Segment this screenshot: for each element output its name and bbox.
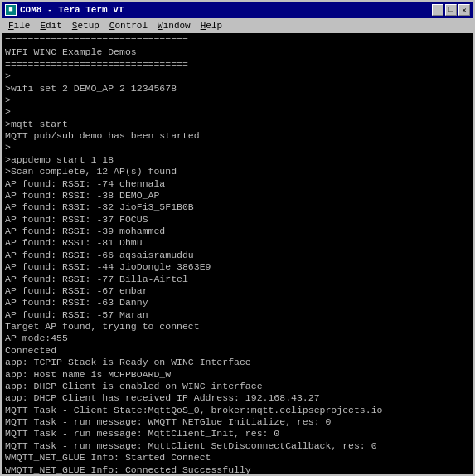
terminal-line: WMQTT_NET_GLUE Info: Started Connect	[5, 452, 470, 464]
menu-file[interactable]: File	[3, 20, 35, 32]
menu-setup[interactable]: Setup	[67, 20, 104, 32]
close-button[interactable]: ✕	[458, 4, 470, 16]
terminal-line: MQTT Task - run message: WMQTT_NETGlue_I…	[5, 416, 470, 428]
terminal-line: app: TCPIP Stack is Ready on WINC Interf…	[5, 357, 470, 368]
terminal-output: ================================WIFI WIN…	[2, 33, 473, 474]
menu-help[interactable]: Help	[196, 20, 227, 32]
terminal-line: AP mode:455	[5, 333, 470, 344]
terminal-line: WIFI WINC Example Demos	[5, 46, 470, 58]
terminal-line: MQTT Task - Client State:MqttQoS_0, brok…	[5, 405, 470, 416]
terminal-line: MQTT Task - run message: MqttClient_SetD…	[5, 440, 470, 452]
window-icon: ■	[5, 4, 17, 16]
terminal-line: >	[5, 142, 470, 153]
main-window: ■ COM8 - Tera Term VT _ □ ✕ File Edit Se…	[0, 0, 475, 476]
menu-control[interactable]: Control	[104, 20, 153, 32]
terminal-line: AP found: RSSI: -37 FOCUS	[5, 214, 470, 226]
terminal-line: Target AP found, trying to connect	[5, 321, 470, 333]
terminal-line: >	[5, 70, 470, 82]
terminal-line: >wifi set 2 DEMO_AP 2 12345678	[5, 83, 470, 95]
terminal-line: ================================	[5, 35, 470, 46]
terminal-line: AP found: RSSI: -66 aqsaisramuddu	[5, 250, 470, 261]
menu-bar: File Edit Setup Control Window Help	[2, 18, 473, 33]
terminal-line: >mqtt start	[5, 119, 470, 130]
terminal-line: MQTT pub/sub demo has been started	[5, 130, 470, 142]
terminal-line: AP found: RSSI: -38 DEMO_AP	[5, 190, 470, 202]
title-bar: ■ COM8 - Tera Term VT _ □ ✕	[2, 2, 473, 18]
terminal-line: >appdemo start 1 18	[5, 154, 470, 166]
terminal-line: AP found: RSSI: -74 chennala	[5, 178, 470, 190]
terminal-line: AP found: RSSI: -77 Billa-Airtel	[5, 274, 470, 285]
terminal-line: app: Host name is MCHPBOARD_W	[5, 369, 470, 381]
title-bar-buttons: _ □ ✕	[432, 4, 470, 16]
terminal-line: MQTT Task - run message: MqttClient_Init…	[5, 428, 470, 440]
terminal-line: >	[5, 106, 470, 118]
terminal-line: >Scan complete, 12 AP(s) found	[5, 166, 470, 177]
terminal-line: app: DHCP Client is enabled on WINC inte…	[5, 381, 470, 392]
maximize-button[interactable]: □	[445, 4, 457, 16]
terminal-line: >	[5, 95, 470, 106]
menu-window[interactable]: Window	[153, 20, 196, 32]
terminal-line: AP found: RSSI: -63 Danny	[5, 297, 470, 308]
minimize-button[interactable]: _	[432, 4, 443, 16]
terminal-line: WMQTT_NET_GLUE Info: Connected Successfu…	[5, 464, 470, 475]
terminal-line: AP found: RSSI: -57 Maran	[5, 309, 470, 321]
terminal-line: AP found: RSSI: -32 JioFi3_5F1B0B	[5, 202, 470, 213]
terminal-line: Connected	[5, 345, 470, 357]
terminal-line: ================================	[5, 59, 470, 70]
terminal-line: AP found: RSSI: -67 embar	[5, 285, 470, 297]
menu-edit[interactable]: Edit	[35, 20, 66, 32]
terminal-line: AP found: RSSI: -81 Dhmu	[5, 237, 470, 249]
terminal-line: app: DHCP Client has received IP Address…	[5, 392, 470, 404]
terminal-line: AP found: RSSI: -39 mohammed	[5, 226, 470, 237]
window-title: COM8 - Tera Term VT	[20, 5, 429, 15]
terminal-line: AP found: RSSI: -44 JioDongle_3863E9	[5, 261, 470, 273]
